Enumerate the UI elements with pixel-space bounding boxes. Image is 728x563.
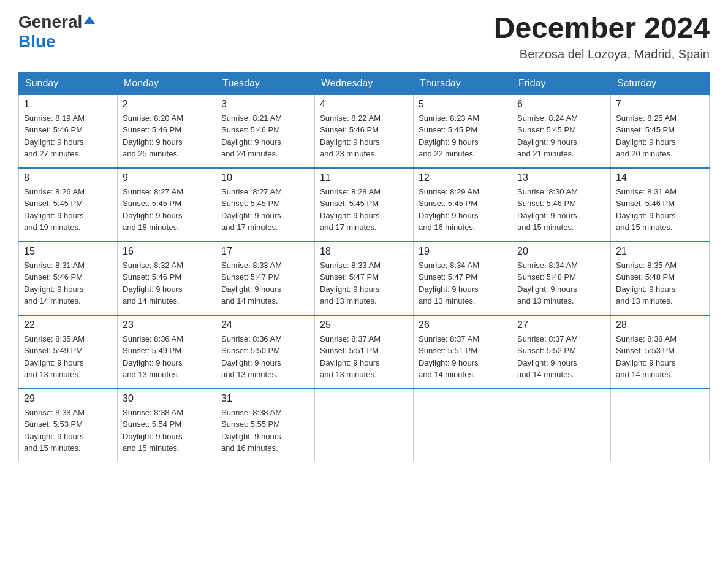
day-number: 20 [517, 246, 605, 257]
table-row: 15 Sunrise: 8:31 AMSunset: 5:46 PMDaylig… [19, 242, 118, 315]
table-row: 18 Sunrise: 8:33 AMSunset: 5:47 PMDaylig… [315, 242, 414, 315]
day-info: Sunrise: 8:37 AMSunset: 5:52 PMDaylight:… [517, 333, 605, 381]
day-number: 21 [616, 246, 704, 257]
day-info: Sunrise: 8:31 AMSunset: 5:46 PMDaylight:… [24, 259, 112, 307]
calendar-table: Sunday Monday Tuesday Wednesday Thursday… [18, 72, 710, 463]
logo-blue: Blue [18, 32, 56, 51]
header-friday: Friday [512, 72, 611, 94]
day-info: Sunrise: 8:31 AMSunset: 5:46 PMDaylight:… [616, 186, 704, 234]
day-number: 4 [320, 99, 408, 110]
table-row: 25 Sunrise: 8:37 AMSunset: 5:51 PMDaylig… [315, 315, 414, 389]
day-info: Sunrise: 8:29 AMSunset: 5:45 PMDaylight:… [419, 186, 507, 234]
table-row: 29 Sunrise: 8:38 AMSunset: 5:53 PMDaylig… [19, 389, 118, 462]
day-info: Sunrise: 8:33 AMSunset: 5:47 PMDaylight:… [221, 259, 309, 307]
day-number: 22 [24, 320, 112, 331]
table-row [611, 389, 710, 462]
day-number: 29 [24, 393, 112, 404]
header-monday: Monday [118, 72, 216, 94]
table-row: 6 Sunrise: 8:24 AMSunset: 5:45 PMDayligh… [512, 94, 611, 168]
day-number: 9 [123, 172, 211, 183]
logo-triangle-icon [84, 16, 95, 24]
calendar-subtitle: Berzosa del Lozoya, Madrid, Spain [494, 47, 710, 61]
calendar-title: December 2024 [494, 12, 710, 45]
page-header: General Blue December 2024 Berzosa del L… [18, 12, 710, 61]
table-row: 17 Sunrise: 8:33 AMSunset: 5:47 PMDaylig… [216, 242, 315, 315]
calendar-week-3: 22 Sunrise: 8:35 AMSunset: 5:49 PMDaylig… [19, 315, 710, 389]
day-info: Sunrise: 8:38 AMSunset: 5:55 PMDaylight:… [221, 407, 309, 454]
table-row: 11 Sunrise: 8:28 AMSunset: 5:45 PMDaylig… [315, 168, 414, 242]
day-info: Sunrise: 8:35 AMSunset: 5:48 PMDaylight:… [616, 259, 704, 307]
table-row: 4 Sunrise: 8:22 AMSunset: 5:46 PMDayligh… [315, 94, 414, 168]
day-number: 3 [221, 99, 309, 110]
day-number: 31 [221, 393, 309, 404]
day-info: Sunrise: 8:21 AMSunset: 5:46 PMDaylight:… [221, 112, 309, 160]
day-info: Sunrise: 8:19 AMSunset: 5:46 PMDaylight:… [24, 112, 112, 160]
day-info: Sunrise: 8:36 AMSunset: 5:50 PMDaylight:… [221, 333, 309, 381]
day-info: Sunrise: 8:37 AMSunset: 5:51 PMDaylight:… [419, 333, 507, 381]
header-tuesday: Tuesday [216, 72, 315, 94]
day-number: 25 [320, 320, 408, 331]
table-row: 1 Sunrise: 8:19 AMSunset: 5:46 PMDayligh… [19, 94, 118, 168]
day-number: 26 [419, 320, 507, 331]
day-number: 5 [419, 99, 507, 110]
table-row [512, 389, 611, 462]
header-thursday: Thursday [414, 72, 512, 94]
day-info: Sunrise: 8:34 AMSunset: 5:47 PMDaylight:… [419, 259, 507, 307]
table-row: 16 Sunrise: 8:32 AMSunset: 5:46 PMDaylig… [118, 242, 216, 315]
title-section: December 2024 Berzosa del Lozoya, Madrid… [494, 12, 710, 61]
day-number: 1 [24, 99, 112, 110]
table-row: 7 Sunrise: 8:25 AMSunset: 5:45 PMDayligh… [611, 94, 710, 168]
table-row: 5 Sunrise: 8:23 AMSunset: 5:45 PMDayligh… [414, 94, 512, 168]
day-info: Sunrise: 8:27 AMSunset: 5:45 PMDaylight:… [123, 186, 211, 234]
day-number: 10 [221, 172, 309, 183]
logo-general: General [18, 12, 82, 32]
day-info: Sunrise: 8:38 AMSunset: 5:53 PMDaylight:… [616, 333, 704, 381]
day-info: Sunrise: 8:20 AMSunset: 5:46 PMDaylight:… [123, 112, 211, 160]
table-row: 21 Sunrise: 8:35 AMSunset: 5:48 PMDaylig… [611, 242, 710, 315]
day-number: 2 [123, 99, 211, 110]
day-info: Sunrise: 8:28 AMSunset: 5:45 PMDaylight:… [320, 186, 408, 234]
day-info: Sunrise: 8:38 AMSunset: 5:53 PMDaylight:… [24, 407, 112, 454]
day-number: 23 [123, 320, 211, 331]
table-row: 22 Sunrise: 8:35 AMSunset: 5:49 PMDaylig… [19, 315, 118, 389]
day-number: 30 [123, 393, 211, 404]
table-row: 3 Sunrise: 8:21 AMSunset: 5:46 PMDayligh… [216, 94, 315, 168]
table-row: 31 Sunrise: 8:38 AMSunset: 5:55 PMDaylig… [216, 389, 315, 462]
day-info: Sunrise: 8:38 AMSunset: 5:54 PMDaylight:… [123, 407, 211, 454]
day-number: 14 [616, 172, 704, 183]
logo: General Blue [18, 12, 95, 52]
calendar-week-1: 8 Sunrise: 8:26 AMSunset: 5:45 PMDayligh… [19, 168, 710, 242]
calendar-week-2: 15 Sunrise: 8:31 AMSunset: 5:46 PMDaylig… [19, 242, 710, 315]
day-number: 6 [517, 99, 605, 110]
table-row: 27 Sunrise: 8:37 AMSunset: 5:52 PMDaylig… [512, 315, 611, 389]
day-number: 18 [320, 246, 408, 257]
calendar-header-row: Sunday Monday Tuesday Wednesday Thursday… [19, 72, 710, 94]
table-row: 28 Sunrise: 8:38 AMSunset: 5:53 PMDaylig… [611, 315, 710, 389]
day-info: Sunrise: 8:37 AMSunset: 5:51 PMDaylight:… [320, 333, 408, 381]
table-row: 23 Sunrise: 8:36 AMSunset: 5:49 PMDaylig… [118, 315, 216, 389]
table-row: 9 Sunrise: 8:27 AMSunset: 5:45 PMDayligh… [118, 168, 216, 242]
calendar-week-0: 1 Sunrise: 8:19 AMSunset: 5:46 PMDayligh… [19, 94, 710, 168]
header-sunday: Sunday [19, 72, 118, 94]
table-row: 10 Sunrise: 8:27 AMSunset: 5:45 PMDaylig… [216, 168, 315, 242]
calendar-week-4: 29 Sunrise: 8:38 AMSunset: 5:53 PMDaylig… [19, 389, 710, 462]
day-info: Sunrise: 8:34 AMSunset: 5:48 PMDaylight:… [517, 259, 605, 307]
day-number: 12 [419, 172, 507, 183]
header-wednesday: Wednesday [315, 72, 414, 94]
table-row [315, 389, 414, 462]
day-number: 17 [221, 246, 309, 257]
table-row: 26 Sunrise: 8:37 AMSunset: 5:51 PMDaylig… [414, 315, 512, 389]
day-info: Sunrise: 8:32 AMSunset: 5:46 PMDaylight:… [123, 259, 211, 307]
day-number: 11 [320, 172, 408, 183]
day-info: Sunrise: 8:22 AMSunset: 5:46 PMDaylight:… [320, 112, 408, 160]
table-row: 24 Sunrise: 8:36 AMSunset: 5:50 PMDaylig… [216, 315, 315, 389]
day-number: 24 [221, 320, 309, 331]
table-row: 14 Sunrise: 8:31 AMSunset: 5:46 PMDaylig… [611, 168, 710, 242]
table-row: 13 Sunrise: 8:30 AMSunset: 5:46 PMDaylig… [512, 168, 611, 242]
day-number: 27 [517, 320, 605, 331]
table-row: 19 Sunrise: 8:34 AMSunset: 5:47 PMDaylig… [414, 242, 512, 315]
table-row: 2 Sunrise: 8:20 AMSunset: 5:46 PMDayligh… [118, 94, 216, 168]
day-number: 8 [24, 172, 112, 183]
day-info: Sunrise: 8:24 AMSunset: 5:45 PMDaylight:… [517, 112, 605, 160]
day-number: 15 [24, 246, 112, 257]
